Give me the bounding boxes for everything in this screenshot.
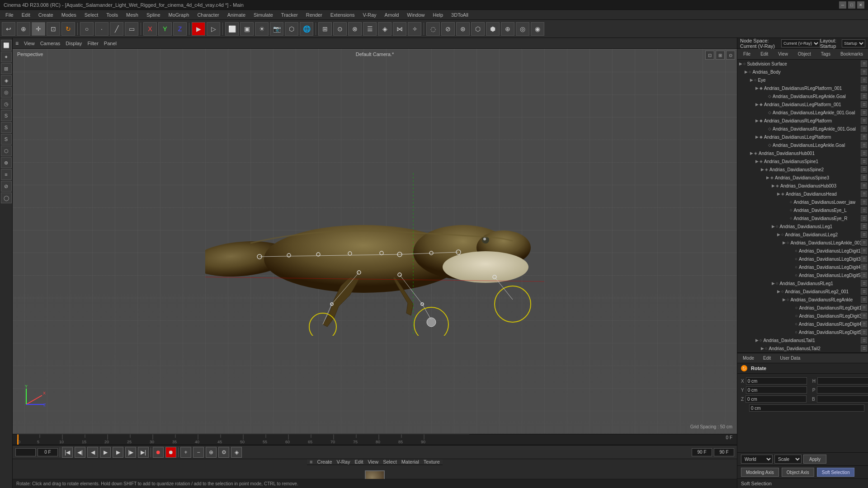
- scene-row-vis[interactable]: ☰: [861, 158, 867, 164]
- coord-input-pp[interactable]: [817, 386, 868, 394]
- viewport-layout[interactable]: ⊞: [716, 51, 725, 60]
- apply-button[interactable]: Apply: [803, 455, 826, 464]
- toolbar-snap[interactable]: ⊙: [333, 22, 347, 36]
- scene-row-vis[interactable]: ☰: [861, 288, 867, 295]
- play-next-key[interactable]: |▶: [125, 447, 136, 458]
- scene-row[interactable]: ▶◈Andrias_DavidianusHub003☰: [737, 182, 868, 190]
- scene-row[interactable]: ◇Andrias_DavidianusLLegAnkle_001.Goal☰: [737, 108, 868, 117]
- toolbar-paint[interactable]: ⊛: [456, 22, 470, 36]
- coord-input-py[interactable]: [746, 386, 807, 394]
- menu-extensions[interactable]: Extensions: [327, 11, 359, 19]
- timeline-sync[interactable]: ⊕: [206, 447, 217, 458]
- left-tool-deform[interactable]: ◈: [1, 75, 12, 86]
- timeline-minus[interactable]: −: [193, 447, 204, 458]
- frame-pos-input[interactable]: [38, 448, 58, 456]
- layout-select[interactable]: Startup: [842, 39, 865, 47]
- scene-row[interactable]: ▶◈Andrias_DavidianusSpine1☰: [737, 157, 868, 165]
- rp-tab-view[interactable]: View: [774, 50, 792, 58]
- menu-select[interactable]: Select: [81, 11, 102, 19]
- timeline-add[interactable]: +: [180, 447, 191, 458]
- toolbar-deformer[interactable]: ◈: [378, 22, 392, 36]
- scene-row[interactable]: ○Andrias_DavidianusRLegDigit51_001☰: [737, 328, 868, 336]
- left-tool-cube[interactable]: ⬜: [1, 40, 12, 51]
- scene-row-vis[interactable]: ☰: [861, 117, 867, 124]
- viewport-menu-display[interactable]: Display: [66, 41, 82, 46]
- coord-input-sx[interactable]: [749, 404, 864, 412]
- toolbar-spline-tool[interactable]: ⟡: [408, 22, 421, 36]
- scene-row[interactable]: ▶○Andrias_DavidianusLTail2☰: [737, 344, 868, 352]
- scene-row-vis[interactable]: ☰: [861, 150, 867, 156]
- scene-row[interactable]: ▶◆Andrias_DavidianusRLegPlatform_001☰: [737, 84, 868, 92]
- toolbar-texture[interactable]: ⬡: [285, 22, 298, 36]
- toolbar-scale[interactable]: ⊡: [47, 22, 60, 36]
- scene-row[interactable]: ▶◆Andrias_DavidianusRLegPlatform☰: [737, 117, 868, 125]
- toolbar-render-view[interactable]: ▷: [207, 22, 220, 36]
- left-tool-sketch[interactable]: ⊘: [1, 181, 12, 192]
- menu-simulate[interactable]: Simulate: [250, 11, 277, 19]
- rpb-tab-userdata[interactable]: User Data: [776, 355, 804, 361]
- play-prev-frame[interactable]: ◀: [87, 447, 98, 458]
- scene-row[interactable]: ○Andrias_DavidianusEye_R☰: [737, 214, 868, 222]
- frame-end2-input[interactable]: [714, 448, 734, 456]
- scene-row-vis[interactable]: ☰: [861, 174, 867, 181]
- scene-row[interactable]: ▶○Subdivision Surface☰: [737, 60, 868, 68]
- rpb-tab-mode[interactable]: Mode: [739, 355, 758, 361]
- toolbar-render[interactable]: ▶: [192, 22, 205, 36]
- scene-row[interactable]: ○Andrias_DavidianusRLegDigit11☰: [737, 304, 868, 312]
- toolbar-object[interactable]: ○: [80, 22, 94, 36]
- left-tool-scene[interactable]: ◎: [1, 87, 12, 98]
- coord-input-pb[interactable]: [817, 395, 868, 403]
- toolbar-camera[interactable]: 📷: [270, 22, 283, 36]
- scene-row-vis[interactable]: ☰: [861, 272, 867, 278]
- menu-tools[interactable]: Tools: [103, 11, 122, 19]
- soft-selection-button[interactable]: Soft Selection: [817, 468, 855, 477]
- scene-row[interactable]: ○Andrias_DavidianusLLegDigit41_001☰: [737, 263, 868, 271]
- left-tool-motion[interactable]: ◯: [1, 192, 12, 203]
- left-tool-subdivide[interactable]: ⊞: [1, 63, 12, 74]
- toolbar-rotate[interactable]: ↻: [61, 22, 75, 36]
- scene-row[interactable]: ○Andrias_DavidianusRLegDigit41_001☰: [737, 320, 868, 328]
- toolbar-live-select[interactable]: ⊕: [17, 22, 30, 36]
- scene-row[interactable]: ○Andrias_DavidianusLLegDigit11_001☰: [737, 247, 868, 255]
- scene-row[interactable]: ◇Andrias_DavidianusRLegAnkle.Goal☰: [737, 92, 868, 100]
- coord-input-pz[interactable]: [745, 395, 807, 403]
- play-play[interactable]: ▶: [100, 447, 111, 458]
- menu-arnold[interactable]: Arnold: [381, 11, 403, 19]
- rp-tab-tags[interactable]: Tags: [817, 50, 835, 58]
- minimize-button[interactable]: ─: [839, 1, 846, 9]
- mat-menu-material[interactable]: Material: [401, 459, 419, 465]
- coord-input-ph[interactable]: [817, 377, 868, 385]
- toolbar-perspective[interactable]: ⬜: [225, 22, 239, 36]
- rp-tab-edit[interactable]: Edit: [756, 50, 772, 58]
- scene-row-vis[interactable]: ☰: [861, 231, 867, 238]
- scene-row[interactable]: ▶◆Andrias_DavidianusLLegPlatform_001☰: [737, 100, 868, 108]
- scene-row-vis[interactable]: ☰: [861, 61, 867, 67]
- mat-menu-toggle[interactable]: ≡: [310, 459, 312, 465]
- rp-tab-bookmarks[interactable]: Bookmarks: [836, 50, 867, 58]
- left-tool-spline[interactable]: ✦: [1, 52, 12, 62]
- toolbar-extra[interactable]: ◉: [531, 22, 544, 36]
- scene-row-vis[interactable]: ☰: [861, 183, 867, 189]
- menu-mograph[interactable]: MoGraph: [165, 11, 193, 19]
- coord-input-px[interactable]: [746, 377, 807, 385]
- scene-row-vis[interactable]: ☰: [861, 126, 867, 132]
- toolbar-points[interactable]: ·: [95, 22, 108, 36]
- scene-row-vis[interactable]: ☰: [861, 77, 867, 83]
- viewport-fullscreen[interactable]: ⊡: [705, 51, 714, 60]
- left-tool-camera[interactable]: ◷: [1, 99, 12, 109]
- menu-character[interactable]: Character: [193, 11, 222, 19]
- toolbar-polygons[interactable]: ▭: [125, 22, 138, 36]
- scene-row-vis[interactable]: ☰: [861, 223, 867, 230]
- menu-edit[interactable]: Edit: [18, 11, 34, 19]
- scene-row-vis[interactable]: ☰: [861, 248, 867, 254]
- toolbar-soft-sel[interactable]: ⬢: [486, 22, 500, 36]
- scene-row-vis[interactable]: ☰: [861, 93, 867, 99]
- toolbar-undo[interactable]: ↩: [2, 22, 15, 36]
- scene-row-vis[interactable]: ☰: [861, 142, 867, 148]
- timeline-settings[interactable]: ⚙: [218, 447, 229, 458]
- scene-row-vis[interactable]: ☰: [861, 191, 867, 197]
- left-tool-mograph[interactable]: ⬡: [1, 145, 12, 156]
- left-tool-light[interactable]: S: [1, 110, 12, 121]
- play-goto-end[interactable]: ▶|: [138, 447, 149, 458]
- toolbar-sky[interactable]: 🌐: [300, 22, 313, 36]
